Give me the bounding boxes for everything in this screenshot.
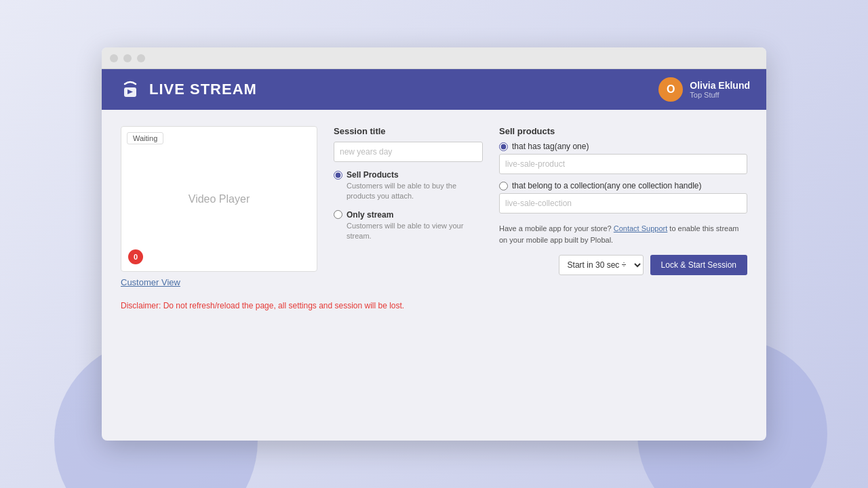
disclaimer: Disclaimer: Do not refresh/reload the pa… — [121, 301, 747, 310]
main-content: Waiting Video Player 0 Customer View Ses… — [102, 110, 766, 408]
action-row: Start in 30 sec ÷ Lock & Start Session — [499, 255, 747, 275]
only-stream-option: Only stream Customers will be able to vi… — [334, 210, 483, 242]
browser-chrome — [102, 47, 766, 69]
user-avatar: O — [658, 77, 683, 102]
contact-support-link[interactable]: Contact Support — [614, 224, 668, 232]
sell-collection-input[interactable] — [499, 193, 747, 214]
video-player-box: Waiting Video Player 0 — [121, 126, 317, 272]
sell-tag-radio[interactable] — [499, 142, 508, 151]
user-role: Top Stuff — [690, 91, 750, 99]
browser-dot-red — [110, 54, 118, 62]
sell-collection-label: that belong to a collection(any one coll… — [512, 181, 702, 190]
sell-collection-radio[interactable] — [499, 182, 508, 190]
browser-window: LIVE STREAM O Olivia Eklund Top Stuff Wa… — [102, 47, 766, 441]
session-section: Session title Sell Products Customers wi… — [334, 126, 483, 242]
sell-products-row: Sell Products — [334, 170, 483, 180]
session-title-input[interactable] — [334, 142, 483, 162]
start-time-dropdown[interactable]: Start in 30 sec ÷ — [559, 255, 644, 275]
sell-collection-row: that belong to a collection(any one coll… — [499, 181, 747, 190]
only-stream-radio[interactable] — [334, 210, 342, 219]
browser-dot-green — [137, 54, 145, 62]
only-stream-label: Only stream — [347, 210, 393, 220]
brand-icon — [118, 77, 142, 102]
sell-section-title: Sell products — [499, 126, 747, 136]
radio-group: Sell Products Customers will be able to … — [334, 170, 483, 242]
waiting-badge: Waiting — [127, 132, 163, 144]
sell-products-label: Sell Products — [347, 170, 399, 180]
sell-tag-input[interactable] — [499, 154, 747, 174]
mobile-app-text: Have a mobile app for your store? Contac… — [499, 223, 747, 245]
user-name: Olivia Eklund — [690, 80, 750, 92]
sell-tag-row: that has tag(any one) — [499, 142, 747, 151]
video-section: Waiting Video Player 0 Customer View — [121, 126, 317, 287]
brand: LIVE STREAM — [118, 77, 257, 102]
content-grid: Waiting Video Player 0 Customer View Ses… — [121, 126, 747, 287]
brand-title: LIVE STREAM — [149, 81, 257, 98]
lock-start-button[interactable]: Lock & Start Session — [650, 255, 747, 275]
navbar: LIVE STREAM O Olivia Eklund Top Stuff — [102, 69, 766, 110]
only-stream-desc: Customers will be able to view your stre… — [347, 221, 483, 242]
user-info: O Olivia Eklund Top Stuff — [658, 77, 750, 102]
sell-products-radio[interactable] — [334, 171, 342, 180]
sell-products-desc: Customers will be able to buy the produc… — [347, 181, 483, 202]
video-player-label: Video Player — [189, 193, 250, 205]
notification-bubble: 0 — [128, 249, 143, 264]
sell-section: Sell products that has tag(any one) that… — [499, 126, 747, 275]
session-title-label: Session title — [334, 126, 483, 136]
only-stream-row: Only stream — [334, 210, 483, 220]
sell-tag-label: that has tag(any one) — [512, 142, 589, 151]
user-details: Olivia Eklund Top Stuff — [690, 80, 750, 100]
mobile-text-before: Have a mobile app for your store? — [499, 224, 612, 232]
customer-view-link[interactable]: Customer View — [121, 277, 317, 287]
browser-dot-yellow — [123, 54, 132, 62]
sell-products-option: Sell Products Customers will be able to … — [334, 170, 483, 202]
sell-tag-option: that has tag(any one) — [499, 142, 747, 174]
sell-collection-option: that belong to a collection(any one coll… — [499, 181, 747, 214]
